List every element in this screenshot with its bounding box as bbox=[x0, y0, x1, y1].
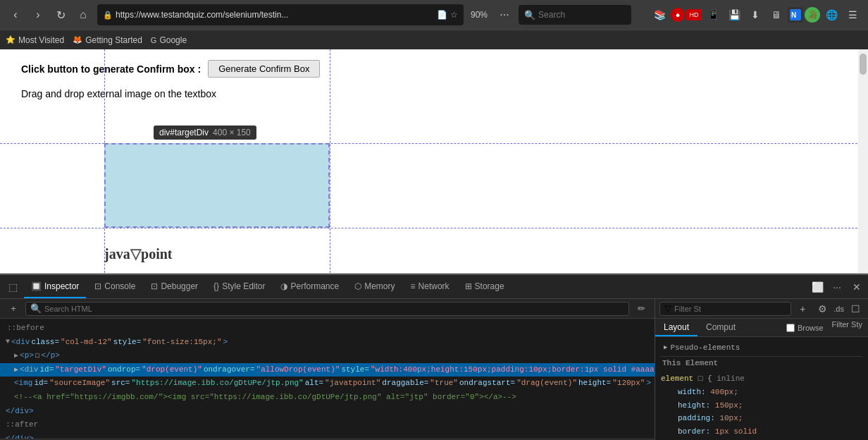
reader-icon[interactable]: 📄 bbox=[437, 10, 447, 20]
library-icon[interactable]: 📚 bbox=[650, 5, 669, 25]
addon1-icon[interactable]: ● bbox=[671, 8, 685, 22]
logo-symbol: ▽ bbox=[130, 246, 141, 262]
devtools-more-button[interactable]: ··· bbox=[829, 279, 845, 295]
storage-tab-label: Storage bbox=[475, 281, 504, 291]
html-line-p[interactable]: ▶ <p> ☐ </p> bbox=[0, 349, 655, 363]
bookmark-most-visited[interactable]: ⭐ Most Visited bbox=[6, 35, 64, 45]
getting-started-label: Getting Started bbox=[85, 35, 142, 45]
html-toolbar: + 🔍 ✏ bbox=[0, 299, 655, 319]
expand-p-arrow[interactable]: ▶ bbox=[14, 350, 18, 362]
address-icons: 📄 ☆ bbox=[437, 10, 458, 20]
pseudo-elements-section[interactable]: ▶ Pseudo-elements bbox=[661, 340, 862, 357]
element-tooltip: div#targetDiv 400 × 150 bbox=[154, 126, 256, 140]
element-css-block: element □ { inline width: 400px; height:… bbox=[661, 372, 862, 440]
javapoint-logo: java▽point bbox=[104, 245, 173, 262]
page-inner: Click button to generate Confirm box : G… bbox=[0, 49, 868, 118]
guide-h-bottom bbox=[0, 228, 868, 228]
css-filter-input[interactable] bbox=[674, 305, 786, 313]
addon8-icon[interactable]: 🌐 bbox=[822, 5, 841, 25]
scroll-thumb[interactable] bbox=[860, 54, 867, 75]
css-filter-box[interactable]: ▽ bbox=[659, 302, 791, 316]
css-tab-layout[interactable]: Layout bbox=[655, 319, 698, 336]
addon2-icon[interactable]: HD bbox=[686, 9, 702, 20]
drag-target-div[interactable] bbox=[104, 143, 330, 228]
url-text: https://www.testandquiz.com/selenium/tes… bbox=[116, 10, 434, 20]
search-input[interactable] bbox=[538, 10, 623, 20]
html-line-div-close2: </div> bbox=[0, 432, 655, 439]
html-line-div-close: </div> bbox=[0, 405, 655, 419]
debugger-tab-label: Debugger bbox=[161, 281, 198, 291]
storage-tab-icon: ⊞ bbox=[465, 281, 472, 291]
console-tab-icon: ⊡ bbox=[94, 281, 101, 291]
addon5-icon[interactable]: 🖥 bbox=[767, 5, 786, 25]
html-line-div-open[interactable]: ▼ <div class="col-md-12" style="font-siz… bbox=[0, 336, 655, 350]
css-tab-computed[interactable]: Comput bbox=[698, 319, 744, 336]
address-bar[interactable]: 🔒 https://www.testandquiz.com/selenium/t… bbox=[97, 4, 464, 25]
home-button[interactable]: ⌂ bbox=[73, 5, 93, 25]
css-selector-element: element bbox=[661, 374, 693, 383]
logo-point: point bbox=[141, 246, 172, 262]
this-element-section: This Element element □ { inline width: 4… bbox=[661, 357, 862, 440]
expand-targetdiv-arrow[interactable]: ▶ bbox=[14, 365, 18, 376]
search-icon: 🔍 bbox=[524, 10, 535, 20]
html-edit-button[interactable]: ✏ bbox=[633, 301, 649, 317]
css-toolbar: ▽ + ⚙ .ds ☐ bbox=[655, 299, 868, 319]
bookmark-getting-started[interactable]: 🦊 Getting Started bbox=[73, 35, 142, 45]
html-line-before: ::before bbox=[0, 322, 655, 336]
tab-storage[interactable]: ⊞ Storage bbox=[458, 275, 512, 298]
add-css-button[interactable]: + bbox=[794, 300, 811, 317]
search-box[interactable]: 🔍 bbox=[519, 5, 631, 25]
addon6-icon[interactable]: N bbox=[788, 7, 803, 23]
addon4-icon[interactable]: 💾 bbox=[724, 5, 744, 25]
generate-confirm-button[interactable]: Generate Confirm Box bbox=[208, 60, 320, 78]
forward-button[interactable]: › bbox=[28, 5, 48, 25]
filter-icon: ▽ bbox=[664, 303, 671, 314]
logo-java: java bbox=[104, 246, 130, 262]
download-icon[interactable]: ⬇ bbox=[745, 5, 765, 25]
confirm-label: Click button to generate Confirm box : bbox=[21, 63, 201, 75]
tab-debugger[interactable]: ⊡ Debugger bbox=[144, 275, 205, 298]
browse-checkbox[interactable] bbox=[786, 324, 795, 332]
css-settings-button[interactable]: ⚙ bbox=[814, 300, 831, 317]
html-search-icon: 🔍 bbox=[30, 303, 42, 314]
add-node-button[interactable]: + bbox=[6, 301, 21, 317]
css-prop-height: height: bbox=[678, 401, 715, 410]
devtools-panel: ⬚ 🔲 Inspector ⊡ Console ⊡ Debugger {} St… bbox=[0, 274, 868, 440]
devtools-body: + 🔍 ✏ ::before ▼ <div class="col-md-12" … bbox=[0, 299, 868, 440]
toolbar-icons: 📚 ● HD 📱 💾 ⬇ 🖥 N 🐊 🌐 ☰ bbox=[650, 5, 862, 25]
this-element-title: This Element bbox=[661, 357, 862, 370]
html-line-targetdiv[interactable]: ▶ <div id="targetDiv" ondrop="drop(event… bbox=[0, 363, 655, 377]
addon7-icon[interactable]: 🐊 bbox=[805, 7, 820, 23]
devtools-pick-element[interactable]: ⬚ bbox=[3, 277, 23, 297]
tab-memory[interactable]: ⬡ Memory bbox=[347, 275, 402, 298]
tab-style-editor[interactable]: {} Style Editor bbox=[206, 275, 272, 298]
tab-network[interactable]: ≡ Network bbox=[404, 275, 457, 298]
most-visited-label: Most Visited bbox=[18, 35, 64, 45]
tab-performance[interactable]: ◑ Performance bbox=[273, 275, 346, 298]
more-options-button[interactable]: ··· bbox=[495, 5, 514, 25]
bookmark-google[interactable]: G Google bbox=[151, 35, 187, 45]
style-editor-tab-label: Style Editor bbox=[222, 281, 265, 291]
devtools-dock-button[interactable]: ⬜ bbox=[809, 279, 826, 295]
expand-arrow-icon[interactable]: ▼ bbox=[6, 336, 10, 348]
html-search-input[interactable] bbox=[44, 305, 624, 313]
tab-inspector[interactable]: 🔲 Inspector bbox=[24, 275, 86, 298]
devtools-close-button[interactable]: ✕ bbox=[848, 279, 865, 295]
back-button[interactable]: ‹ bbox=[6, 5, 25, 25]
hamburger-icon[interactable]: ☰ bbox=[843, 5, 862, 25]
css-panel: ▽ + ⚙ .ds ☐ Layout Comput Browse Filter … bbox=[655, 299, 868, 440]
css-prop-border: border: bbox=[678, 427, 715, 436]
tab-console[interactable]: ⊡ Console bbox=[87, 275, 142, 298]
addon3-icon[interactable]: 📱 bbox=[703, 5, 723, 25]
browser-toolbar: ‹ › ↻ ⌂ 🔒 https://www.testandquiz.com/se… bbox=[0, 0, 868, 30]
css-layout-icon[interactable]: ☐ bbox=[847, 300, 864, 317]
devtools-tabs: ⬚ 🔲 Inspector ⊡ Console ⊡ Debugger {} St… bbox=[0, 275, 868, 299]
memory-tab-label: Memory bbox=[364, 281, 395, 291]
html-search-box[interactable]: 🔍 bbox=[25, 302, 629, 316]
html-content: ::before ▼ <div class="col-md-12" style=… bbox=[0, 319, 655, 439]
page-scrollbar[interactable] bbox=[858, 49, 868, 273]
inspector-tab-label: Inspector bbox=[44, 281, 79, 291]
html-line-img[interactable]: <img id="sourceImage" src="https://image… bbox=[0, 377, 655, 391]
refresh-button[interactable]: ↻ bbox=[51, 5, 70, 25]
bookmark-star-icon[interactable]: ☆ bbox=[450, 10, 458, 20]
